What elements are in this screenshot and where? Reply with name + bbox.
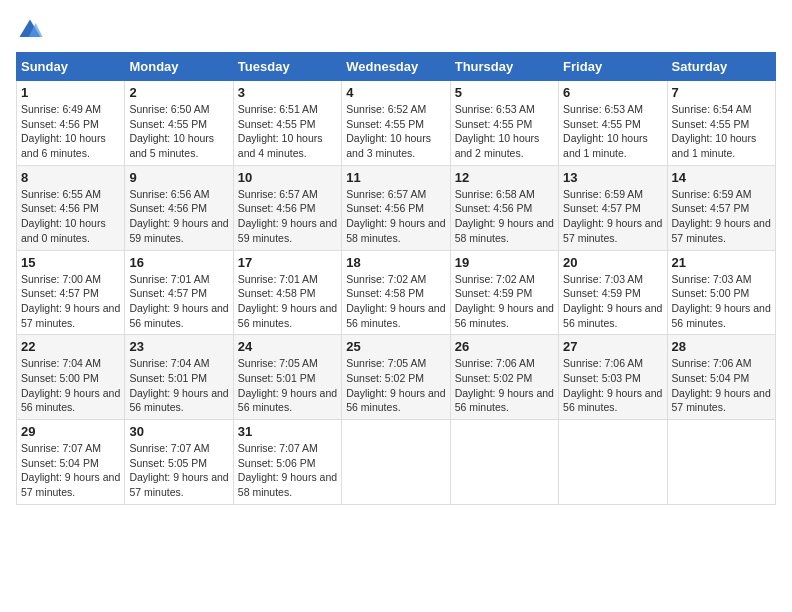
calendar-week-row: 22 Sunrise: 7:04 AM Sunset: 5:00 PM Dayl… (17, 335, 776, 420)
day-number: 6 (563, 85, 662, 100)
calendar-cell: 25 Sunrise: 7:05 AM Sunset: 5:02 PM Dayl… (342, 335, 450, 420)
day-number: 27 (563, 339, 662, 354)
day-info: Sunrise: 7:02 AM Sunset: 4:59 PM Dayligh… (455, 272, 554, 331)
calendar-cell: 29 Sunrise: 7:07 AM Sunset: 5:04 PM Dayl… (17, 420, 125, 505)
day-info: Sunrise: 6:54 AM Sunset: 4:55 PM Dayligh… (672, 102, 771, 161)
calendar-cell: 4 Sunrise: 6:52 AM Sunset: 4:55 PM Dayli… (342, 81, 450, 166)
calendar-cell: 2 Sunrise: 6:50 AM Sunset: 4:55 PM Dayli… (125, 81, 233, 166)
calendar-cell: 30 Sunrise: 7:07 AM Sunset: 5:05 PM Dayl… (125, 420, 233, 505)
day-info: Sunrise: 7:03 AM Sunset: 4:59 PM Dayligh… (563, 272, 662, 331)
calendar-week-row: 8 Sunrise: 6:55 AM Sunset: 4:56 PM Dayli… (17, 165, 776, 250)
day-info: Sunrise: 6:53 AM Sunset: 4:55 PM Dayligh… (563, 102, 662, 161)
day-number: 4 (346, 85, 445, 100)
day-info: Sunrise: 6:51 AM Sunset: 4:55 PM Dayligh… (238, 102, 337, 161)
weekday-header: Friday (559, 53, 667, 81)
day-info: Sunrise: 6:59 AM Sunset: 4:57 PM Dayligh… (672, 187, 771, 246)
day-number: 19 (455, 255, 554, 270)
logo (16, 16, 46, 44)
day-number: 3 (238, 85, 337, 100)
day-info: Sunrise: 6:50 AM Sunset: 4:55 PM Dayligh… (129, 102, 228, 161)
calendar-cell: 22 Sunrise: 7:04 AM Sunset: 5:00 PM Dayl… (17, 335, 125, 420)
day-info: Sunrise: 7:04 AM Sunset: 5:00 PM Dayligh… (21, 356, 120, 415)
weekday-header: Monday (125, 53, 233, 81)
day-info: Sunrise: 6:57 AM Sunset: 4:56 PM Dayligh… (346, 187, 445, 246)
calendar-table: SundayMondayTuesdayWednesdayThursdayFrid… (16, 52, 776, 505)
day-info: Sunrise: 7:01 AM Sunset: 4:57 PM Dayligh… (129, 272, 228, 331)
header-row: SundayMondayTuesdayWednesdayThursdayFrid… (17, 53, 776, 81)
day-number: 2 (129, 85, 228, 100)
day-number: 21 (672, 255, 771, 270)
day-info: Sunrise: 7:02 AM Sunset: 4:58 PM Dayligh… (346, 272, 445, 331)
calendar-cell: 15 Sunrise: 7:00 AM Sunset: 4:57 PM Dayl… (17, 250, 125, 335)
calendar-week-row: 29 Sunrise: 7:07 AM Sunset: 5:04 PM Dayl… (17, 420, 776, 505)
calendar-cell: 26 Sunrise: 7:06 AM Sunset: 5:02 PM Dayl… (450, 335, 558, 420)
day-info: Sunrise: 7:04 AM Sunset: 5:01 PM Dayligh… (129, 356, 228, 415)
calendar-cell: 21 Sunrise: 7:03 AM Sunset: 5:00 PM Dayl… (667, 250, 775, 335)
day-number: 20 (563, 255, 662, 270)
day-number: 14 (672, 170, 771, 185)
day-number: 17 (238, 255, 337, 270)
day-number: 11 (346, 170, 445, 185)
calendar-cell: 8 Sunrise: 6:55 AM Sunset: 4:56 PM Dayli… (17, 165, 125, 250)
calendar-cell: 9 Sunrise: 6:56 AM Sunset: 4:56 PM Dayli… (125, 165, 233, 250)
calendar-cell: 23 Sunrise: 7:04 AM Sunset: 5:01 PM Dayl… (125, 335, 233, 420)
calendar-cell: 3 Sunrise: 6:51 AM Sunset: 4:55 PM Dayli… (233, 81, 341, 166)
day-number: 13 (563, 170, 662, 185)
day-number: 12 (455, 170, 554, 185)
calendar-cell (559, 420, 667, 505)
calendar-cell (667, 420, 775, 505)
calendar-cell: 6 Sunrise: 6:53 AM Sunset: 4:55 PM Dayli… (559, 81, 667, 166)
calendar-cell: 27 Sunrise: 7:06 AM Sunset: 5:03 PM Dayl… (559, 335, 667, 420)
day-number: 29 (21, 424, 120, 439)
day-info: Sunrise: 6:59 AM Sunset: 4:57 PM Dayligh… (563, 187, 662, 246)
page-header (16, 16, 776, 44)
day-number: 16 (129, 255, 228, 270)
day-info: Sunrise: 6:55 AM Sunset: 4:56 PM Dayligh… (21, 187, 120, 246)
calendar-cell: 28 Sunrise: 7:06 AM Sunset: 5:04 PM Dayl… (667, 335, 775, 420)
day-info: Sunrise: 7:07 AM Sunset: 5:05 PM Dayligh… (129, 441, 228, 500)
day-number: 26 (455, 339, 554, 354)
calendar-cell (450, 420, 558, 505)
weekday-header: Thursday (450, 53, 558, 81)
calendar-cell: 24 Sunrise: 7:05 AM Sunset: 5:01 PM Dayl… (233, 335, 341, 420)
calendar-cell: 13 Sunrise: 6:59 AM Sunset: 4:57 PM Dayl… (559, 165, 667, 250)
day-info: Sunrise: 7:00 AM Sunset: 4:57 PM Dayligh… (21, 272, 120, 331)
day-info: Sunrise: 7:05 AM Sunset: 5:02 PM Dayligh… (346, 356, 445, 415)
day-info: Sunrise: 7:01 AM Sunset: 4:58 PM Dayligh… (238, 272, 337, 331)
calendar-cell: 1 Sunrise: 6:49 AM Sunset: 4:56 PM Dayli… (17, 81, 125, 166)
calendar-cell: 19 Sunrise: 7:02 AM Sunset: 4:59 PM Dayl… (450, 250, 558, 335)
calendar-cell: 18 Sunrise: 7:02 AM Sunset: 4:58 PM Dayl… (342, 250, 450, 335)
calendar-cell: 16 Sunrise: 7:01 AM Sunset: 4:57 PM Dayl… (125, 250, 233, 335)
day-info: Sunrise: 6:58 AM Sunset: 4:56 PM Dayligh… (455, 187, 554, 246)
day-info: Sunrise: 7:03 AM Sunset: 5:00 PM Dayligh… (672, 272, 771, 331)
day-number: 30 (129, 424, 228, 439)
calendar-cell: 31 Sunrise: 7:07 AM Sunset: 5:06 PM Dayl… (233, 420, 341, 505)
day-number: 15 (21, 255, 120, 270)
day-number: 10 (238, 170, 337, 185)
day-info: Sunrise: 6:53 AM Sunset: 4:55 PM Dayligh… (455, 102, 554, 161)
calendar-cell: 14 Sunrise: 6:59 AM Sunset: 4:57 PM Dayl… (667, 165, 775, 250)
day-number: 24 (238, 339, 337, 354)
weekday-header: Saturday (667, 53, 775, 81)
day-number: 22 (21, 339, 120, 354)
day-number: 5 (455, 85, 554, 100)
day-info: Sunrise: 7:06 AM Sunset: 5:02 PM Dayligh… (455, 356, 554, 415)
day-info: Sunrise: 6:57 AM Sunset: 4:56 PM Dayligh… (238, 187, 337, 246)
day-info: Sunrise: 6:52 AM Sunset: 4:55 PM Dayligh… (346, 102, 445, 161)
weekday-header: Wednesday (342, 53, 450, 81)
weekday-header: Tuesday (233, 53, 341, 81)
day-number: 8 (21, 170, 120, 185)
calendar-cell: 5 Sunrise: 6:53 AM Sunset: 4:55 PM Dayli… (450, 81, 558, 166)
calendar-week-row: 15 Sunrise: 7:00 AM Sunset: 4:57 PM Dayl… (17, 250, 776, 335)
day-info: Sunrise: 6:56 AM Sunset: 4:56 PM Dayligh… (129, 187, 228, 246)
day-info: Sunrise: 7:05 AM Sunset: 5:01 PM Dayligh… (238, 356, 337, 415)
day-number: 23 (129, 339, 228, 354)
day-number: 25 (346, 339, 445, 354)
day-info: Sunrise: 6:49 AM Sunset: 4:56 PM Dayligh… (21, 102, 120, 161)
day-info: Sunrise: 7:06 AM Sunset: 5:03 PM Dayligh… (563, 356, 662, 415)
day-number: 18 (346, 255, 445, 270)
calendar-cell: 12 Sunrise: 6:58 AM Sunset: 4:56 PM Dayl… (450, 165, 558, 250)
day-number: 9 (129, 170, 228, 185)
day-number: 7 (672, 85, 771, 100)
calendar-cell (342, 420, 450, 505)
